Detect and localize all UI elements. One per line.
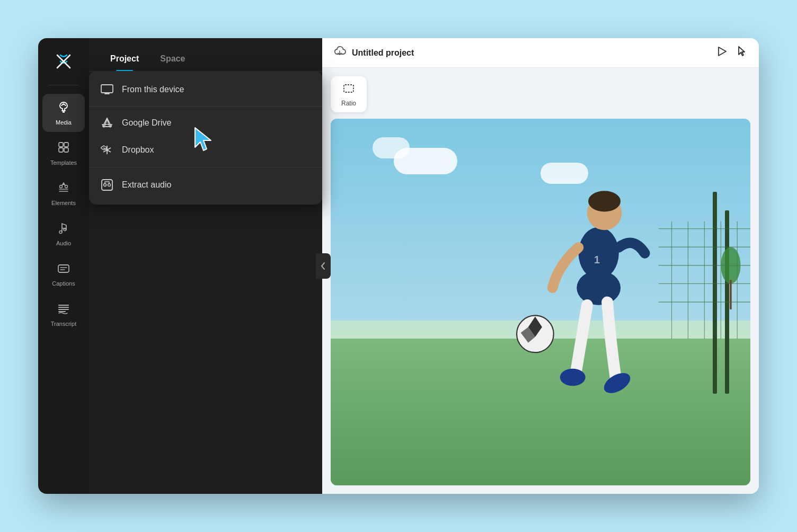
tab-space[interactable]: Space (149, 49, 196, 71)
dropdown-extract-label: Extract audio (122, 180, 171, 190)
extract-audio-icon (100, 178, 114, 192)
svg-point-29 (106, 149, 108, 151)
svg-point-51 (560, 368, 586, 386)
svg-point-45 (721, 247, 740, 283)
project-title: Untitled project (352, 48, 414, 58)
panel-tabs: Project Space (89, 38, 322, 72)
dropdown-gdrive-label: Google Drive (122, 118, 171, 128)
image-background: 1 (331, 119, 750, 485)
app-container: Media Templates (38, 38, 759, 494)
svg-point-6 (60, 185, 63, 188)
pointer-button[interactable] (736, 45, 748, 61)
svg-rect-5 (64, 148, 68, 152)
dropdown-dropbox-label: Dropbox (122, 145, 154, 155)
sidebar-item-elements[interactable]: Elements (42, 174, 85, 212)
transcript-icon (57, 302, 70, 317)
tab-project[interactable]: Project (100, 49, 149, 71)
preview-container: Ratio (322, 68, 759, 494)
monitor-icon (100, 84, 114, 95)
cloud-save-icon (333, 45, 347, 61)
svg-point-50 (577, 270, 621, 305)
sidebar-item-media[interactable]: Media (42, 94, 85, 132)
svg-rect-34 (344, 85, 353, 92)
captions-icon (57, 261, 70, 277)
dropbox-icon (100, 144, 114, 156)
main-header: Untitled project (322, 38, 759, 68)
media-panel: Project Space Upload (89, 38, 322, 494)
upload-dropdown: From this device (89, 71, 322, 205)
dropdown-item-device[interactable]: From this device (89, 76, 322, 103)
dropdown-sep-1 (89, 106, 322, 107)
panel-content: Upload (89, 72, 322, 494)
header-left: Untitled project (333, 45, 414, 61)
captions-label: Captions (52, 280, 75, 287)
elements-icon (57, 181, 70, 197)
ratio-label: Ratio (341, 100, 356, 107)
templates-icon (57, 140, 70, 156)
ratio-icon (342, 82, 355, 97)
audio-label: Audio (56, 240, 71, 246)
svg-point-49 (588, 191, 621, 211)
ratio-button[interactable]: Ratio (331, 76, 367, 112)
svg-text:1: 1 (594, 254, 600, 265)
media-icon (57, 100, 70, 116)
dropdown-item-dropbox[interactable]: Dropbox (89, 136, 322, 164)
audio-icon (57, 221, 70, 237)
sidebar: Media Templates (38, 38, 89, 494)
media-label: Media (56, 119, 72, 126)
dropdown-sep-2 (89, 167, 322, 167)
sidebar-item-audio[interactable]: Audio (42, 215, 85, 253)
sidebar-item-templates[interactable]: Templates (42, 134, 85, 172)
main-preview-area: Untitled project (322, 38, 759, 494)
app-logo (51, 49, 76, 74)
svg-rect-4 (59, 148, 63, 152)
svg-point-8 (59, 231, 62, 234)
header-right (715, 45, 748, 61)
sidebar-item-transcript[interactable]: Transcript (42, 295, 85, 333)
panel-collapse-arrow[interactable] (316, 253, 331, 279)
svg-rect-3 (64, 143, 68, 147)
sidebar-item-captions[interactable]: Captions (42, 255, 85, 293)
svg-rect-10 (58, 265, 69, 272)
dropdown-item-gdrive[interactable]: Google Drive (89, 110, 322, 136)
svg-point-7 (65, 185, 68, 188)
dropdown-item-extract[interactable]: Extract audio (89, 171, 322, 199)
gdrive-icon (100, 117, 114, 129)
svg-rect-23 (101, 85, 113, 93)
soccer-player-image: 1 (331, 119, 750, 485)
play-button[interactable] (715, 45, 728, 61)
templates-label: Templates (50, 159, 77, 166)
dropdown-device-label: From this device (122, 85, 184, 94)
transcript-label: Transcript (51, 321, 77, 327)
sidebar-divider (48, 85, 79, 85)
elements-label: Elements (51, 200, 76, 206)
svg-rect-2 (59, 143, 63, 147)
